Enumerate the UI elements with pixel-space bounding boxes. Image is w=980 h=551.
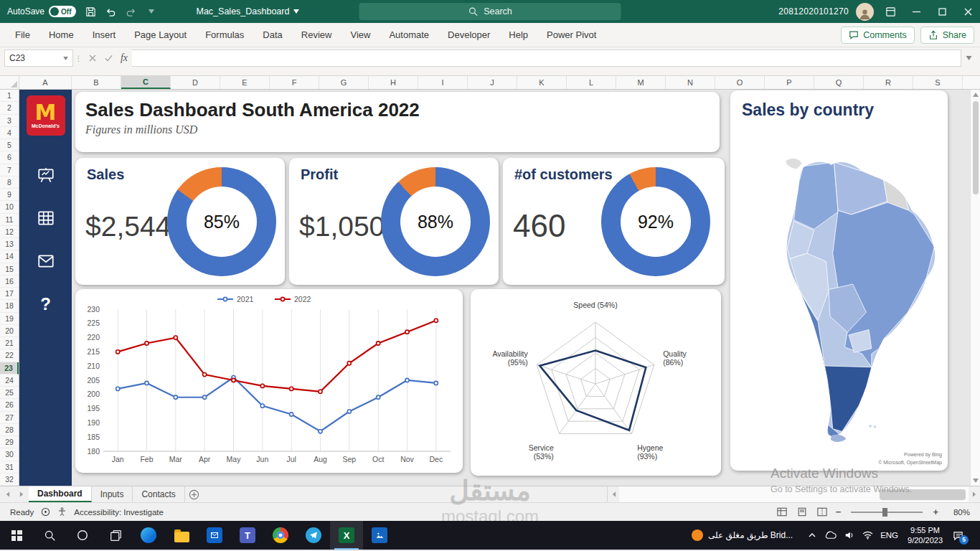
ribbon-tab-data[interactable]: Data — [253, 23, 291, 47]
hidden-icons-chevron-icon[interactable] — [806, 531, 818, 540]
row-header-20[interactable]: 20 — [0, 325, 19, 337]
quick-access-caret-button[interactable] — [142, 2, 161, 21]
zoom-in-button[interactable]: + — [933, 507, 938, 517]
search-box[interactable]: Search — [359, 3, 621, 20]
name-box[interactable]: C23 — [4, 50, 73, 67]
row-header-25[interactable]: 25 — [0, 387, 19, 399]
row-header-28[interactable]: 28 — [0, 424, 19, 436]
row-header-2[interactable]: 2 — [0, 102, 19, 114]
row-header-31[interactable]: 31 — [0, 461, 19, 474]
clock[interactable]: 9:55 PM 9/20/2023 — [908, 525, 943, 546]
taskbar-mail-button[interactable] — [198, 521, 231, 550]
column-header-O[interactable]: O — [715, 76, 765, 89]
accessibility-status[interactable]: Accessibility: Investigate — [74, 508, 164, 517]
cancel-button[interactable] — [85, 50, 100, 67]
normal-view-icon[interactable] — [776, 506, 788, 519]
column-header-S[interactable]: S — [913, 76, 963, 89]
page-layout-view-icon[interactable] — [796, 506, 809, 519]
insert-function-button[interactable]: fx — [116, 50, 132, 67]
ribbon-display-options-button[interactable] — [881, 2, 900, 21]
row-header-27[interactable]: 27 — [0, 412, 19, 424]
sheet-nav-prev-button[interactable] — [0, 486, 14, 502]
ribbon-tab-file[interactable]: File — [6, 23, 39, 47]
sheet-tab-contacts[interactable]: Contacts — [133, 486, 184, 502]
horizontal-scroll-thumb[interactable] — [880, 489, 966, 500]
column-header-N[interactable]: N — [666, 76, 715, 89]
row-header-5[interactable]: 5 — [0, 139, 19, 151]
row-header-6[interactable]: 6 — [0, 151, 19, 164]
taskbar-teams-button[interactable]: T — [231, 521, 264, 550]
ribbon-tab-automate[interactable]: Automate — [380, 23, 438, 47]
row-header-24[interactable]: 24 — [0, 375, 19, 387]
column-header-E[interactable]: E — [220, 76, 270, 89]
table-icon[interactable] — [35, 207, 57, 229]
vertical-scroll-thumb[interactable] — [973, 101, 979, 194]
row-header-23[interactable]: 23 — [0, 362, 19, 375]
workbook-title[interactable]: Mac_Sales_Dashboard — [197, 6, 300, 17]
close-button[interactable] — [958, 2, 977, 21]
taskbar-excel-button[interactable]: X — [330, 521, 363, 550]
row-header-18[interactable]: 18 — [0, 300, 19, 312]
column-header-H[interactable]: H — [369, 76, 418, 89]
ribbon-tab-formulas[interactable]: Formulas — [196, 23, 253, 47]
zoom-out-button[interactable]: − — [836, 507, 842, 517]
taskbar-task-view-button[interactable] — [99, 521, 132, 550]
row-header-1[interactable]: 1 — [0, 90, 19, 102]
save-button[interactable] — [82, 2, 100, 21]
ribbon-tab-developer[interactable]: Developer — [438, 23, 499, 47]
row-header-17[interactable]: 17 — [0, 288, 19, 300]
column-header-D[interactable]: D — [171, 76, 220, 89]
language-indicator[interactable]: ENG — [880, 531, 898, 540]
column-header-J[interactable]: J — [468, 76, 517, 89]
taskbar-cortana-button[interactable] — [66, 521, 99, 550]
minimize-button[interactable] — [907, 2, 925, 21]
enter-button[interactable] — [100, 50, 116, 67]
column-header-K[interactable]: K — [517, 76, 567, 89]
column-header-I[interactable]: I — [418, 76, 468, 89]
row-header-13[interactable]: 13 — [0, 238, 19, 250]
zoom-slider[interactable] — [851, 512, 923, 513]
ribbon-tab-review[interactable]: Review — [292, 23, 341, 47]
row-header-14[interactable]: 14 — [0, 250, 19, 263]
comments-button[interactable]: Comments — [841, 27, 914, 44]
macro-record-icon[interactable] — [41, 507, 50, 517]
row-header-11[interactable]: 11 — [0, 214, 19, 226]
column-header-A[interactable]: A — [19, 76, 72, 89]
sheet-tab-inputs[interactable]: Inputs — [92, 486, 133, 502]
avatar[interactable] — [856, 3, 874, 21]
new-sheet-button[interactable] — [185, 486, 204, 502]
row-header-12[interactable]: 12 — [0, 226, 19, 238]
page-break-view-icon[interactable] — [816, 506, 829, 519]
namebox-splitter[interactable]: ⋮ — [73, 55, 85, 62]
column-header-M[interactable]: M — [616, 76, 666, 89]
ribbon-tab-help[interactable]: Help — [499, 23, 537, 47]
network-icon[interactable] — [862, 531, 874, 540]
row-header-22[interactable]: 22 — [0, 349, 19, 362]
undo-button[interactable] — [102, 2, 121, 21]
ribbon-tab-home[interactable]: Home — [39, 23, 83, 47]
row-header-32[interactable]: 32 — [0, 474, 19, 486]
column-header-L[interactable]: L — [567, 76, 616, 89]
row-header-15[interactable]: 15 — [0, 263, 19, 276]
column-header-P[interactable]: P — [765, 76, 814, 89]
row-header-10[interactable]: 10 — [0, 201, 19, 213]
row-header-3[interactable]: 3 — [0, 115, 19, 127]
row-header-30[interactable]: 30 — [0, 448, 19, 461]
zoom-slider-thumb[interactable] — [882, 508, 887, 517]
mail-icon[interactable] — [35, 250, 57, 272]
row-header-21[interactable]: 21 — [0, 337, 19, 349]
maximize-button[interactable] — [933, 2, 951, 21]
row-header-8[interactable]: 8 — [0, 176, 19, 189]
column-header-Q[interactable]: Q — [814, 76, 864, 89]
action-center-icon[interactable]: 5 — [952, 530, 964, 541]
column-header-B[interactable]: B — [72, 76, 121, 89]
volume-icon[interactable] — [843, 530, 855, 540]
taskbar-telegram-button[interactable] — [297, 521, 330, 550]
row-header-4[interactable]: 4 — [0, 127, 19, 139]
taskbar-start-button[interactable] — [0, 521, 33, 550]
select-all-corner[interactable] — [0, 76, 19, 89]
row-header-16[interactable]: 16 — [0, 276, 19, 288]
ribbon-tab-insert[interactable]: Insert — [83, 23, 126, 47]
onedrive-icon[interactable] — [824, 531, 837, 540]
help-icon[interactable]: ? — [35, 293, 57, 315]
